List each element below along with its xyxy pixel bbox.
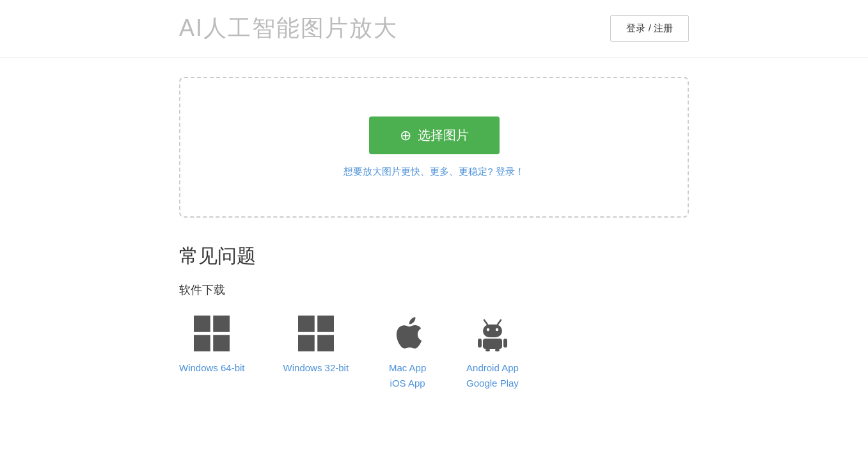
svg-rect-8 [483, 325, 502, 337]
windows-32-icon [296, 313, 336, 354]
android-app-label: Android App [466, 360, 519, 376]
main-content: ⊕ 选择图片 想要放大图片更快、更多、更稳定? 登录！ 常见问题 软件下载 Wi… [0, 58, 868, 410]
mac-app-label: Mac App [389, 360, 426, 376]
plus-circle-icon: ⊕ [400, 129, 411, 143]
android-icon [472, 313, 513, 354]
svg-rect-13 [483, 339, 502, 349]
svg-rect-0 [194, 316, 210, 332]
download-item-android[interactable]: Android App Google Play [466, 313, 519, 391]
page-title: AI人工智能图片放大 [179, 13, 398, 44]
svg-rect-6 [298, 335, 315, 351]
svg-rect-14 [478, 339, 482, 348]
software-download-title: 软件下载 [179, 282, 689, 298]
svg-rect-16 [485, 349, 490, 351]
win64-label: Windows 64-bit [179, 360, 245, 376]
svg-point-10 [496, 328, 498, 331]
svg-line-12 [498, 320, 501, 325]
download-item-win64[interactable]: Windows 64-bit [179, 313, 245, 376]
windows-64-icon [191, 313, 232, 354]
apple-icon [387, 313, 428, 354]
download-item-mac[interactable]: Mac App iOS App [387, 313, 428, 391]
faq-section: 常见问题 软件下载 Windows 64-bit [179, 243, 689, 391]
svg-line-11 [484, 320, 487, 325]
svg-rect-7 [317, 335, 334, 351]
upload-button-label: 选择图片 [418, 127, 469, 144]
win32-label: Windows 32-bit [283, 360, 349, 376]
faq-title: 常见问题 [179, 243, 689, 269]
svg-rect-5 [317, 316, 334, 332]
upload-area: ⊕ 选择图片 想要放大图片更快、更多、更稳定? 登录！ [179, 77, 689, 218]
upload-hint[interactable]: 想要放大图片更快、更多、更稳定? 登录！ [193, 166, 675, 178]
svg-rect-17 [495, 349, 500, 351]
svg-rect-1 [214, 316, 230, 332]
android-google-label: Android App Google Play [466, 360, 519, 391]
login-button[interactable]: 登录 / 注册 [610, 15, 689, 42]
download-grid: Windows 64-bit Windows 32-bit [179, 313, 689, 391]
download-item-win32[interactable]: Windows 32-bit [283, 313, 349, 376]
mac-ios-label: Mac App iOS App [389, 360, 426, 391]
page-header: AI人工智能图片放大 登录 / 注册 [0, 0, 868, 58]
svg-point-9 [487, 328, 489, 331]
svg-rect-2 [194, 335, 210, 351]
google-play-label: Google Play [466, 376, 519, 391]
svg-rect-3 [214, 335, 230, 351]
select-image-button[interactable]: ⊕ 选择图片 [369, 116, 500, 154]
ios-app-label: iOS App [389, 376, 426, 391]
svg-rect-15 [503, 339, 507, 348]
svg-rect-4 [298, 316, 315, 332]
